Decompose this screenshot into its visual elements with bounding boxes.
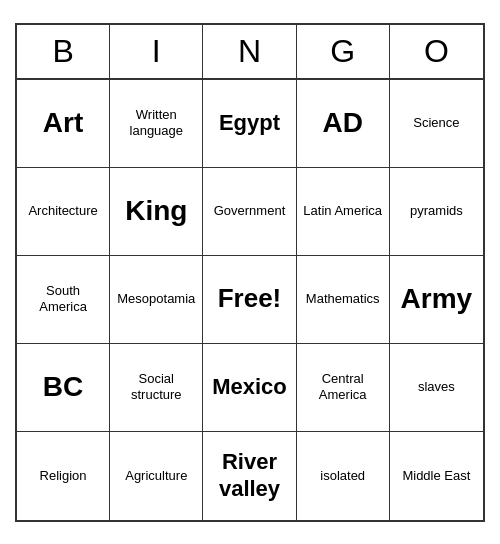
bingo-cell-12: Free! bbox=[203, 256, 296, 344]
bingo-cell-22: River valley bbox=[203, 432, 296, 520]
bingo-cell-5: Architecture bbox=[17, 168, 110, 256]
header-letter-i: I bbox=[110, 25, 203, 78]
bingo-cell-16: Social structure bbox=[110, 344, 203, 432]
bingo-cell-6: King bbox=[110, 168, 203, 256]
bingo-cell-15: BC bbox=[17, 344, 110, 432]
bingo-cell-10: South America bbox=[17, 256, 110, 344]
bingo-cell-23: isolated bbox=[297, 432, 390, 520]
bingo-cell-3: AD bbox=[297, 80, 390, 168]
header-letter-n: N bbox=[203, 25, 296, 78]
bingo-cell-4: Science bbox=[390, 80, 483, 168]
bingo-cell-24: Middle East bbox=[390, 432, 483, 520]
header-letter-g: G bbox=[297, 25, 390, 78]
bingo-cell-9: pyramids bbox=[390, 168, 483, 256]
bingo-cell-0: Art bbox=[17, 80, 110, 168]
bingo-cell-14: Army bbox=[390, 256, 483, 344]
bingo-cell-21: Agriculture bbox=[110, 432, 203, 520]
bingo-cell-18: Central America bbox=[297, 344, 390, 432]
bingo-cell-11: Mesopotamia bbox=[110, 256, 203, 344]
bingo-cell-2: Egypt bbox=[203, 80, 296, 168]
bingo-cell-13: Mathematics bbox=[297, 256, 390, 344]
bingo-cell-1: Written language bbox=[110, 80, 203, 168]
header-letter-o: O bbox=[390, 25, 483, 78]
header-letter-b: B bbox=[17, 25, 110, 78]
bingo-header: BINGO bbox=[17, 25, 483, 80]
bingo-card: BINGO ArtWritten languageEgyptADScienceA… bbox=[15, 23, 485, 522]
bingo-cell-7: Government bbox=[203, 168, 296, 256]
bingo-cell-19: slaves bbox=[390, 344, 483, 432]
bingo-cell-20: Religion bbox=[17, 432, 110, 520]
bingo-grid: ArtWritten languageEgyptADScienceArchite… bbox=[17, 80, 483, 520]
bingo-cell-8: Latin America bbox=[297, 168, 390, 256]
bingo-cell-17: Mexico bbox=[203, 344, 296, 432]
